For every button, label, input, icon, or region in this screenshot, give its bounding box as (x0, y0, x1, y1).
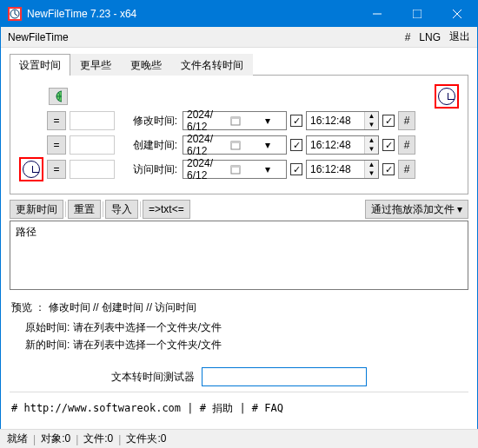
offset-create[interactable] (70, 135, 115, 155)
check-create-date[interactable] (290, 139, 302, 151)
txt-button[interactable]: =>txt<= (143, 200, 190, 219)
status-ready: 就绪 (7, 432, 28, 446)
date-create[interactable]: 2024/ 6/12 ▾ (183, 135, 287, 155)
status-folders: 文件夹:0 (126, 432, 166, 446)
time-create[interactable]: 16:12:48 ▲▼ (306, 135, 379, 155)
eq-button-access[interactable]: = (47, 160, 66, 179)
eq-button-create[interactable]: = (47, 135, 66, 155)
titlebar: NewFileTime 7.23 - x64 (1, 1, 477, 27)
svg-rect-2 (413, 10, 422, 18)
chevron-down-icon[interactable]: ▾ (252, 115, 284, 127)
tabstrip: 设置时间 更早些 更晚些 文件名转时间 (10, 53, 468, 76)
label-access: 访问时间: (118, 162, 177, 177)
toolbar: 更新时间 重置 导入 =>txt<= 通过拖放添加文件 ▾ (10, 200, 468, 219)
tab-later[interactable]: 更晚些 (121, 54, 171, 76)
new-label: 新的时间: (25, 339, 70, 351)
label-create: 创建时间: (118, 138, 177, 153)
import-button[interactable]: 导入 (105, 200, 138, 219)
converter-label: 文本转时间测试器 (111, 370, 195, 385)
status-files: 文件:0 (83, 432, 113, 446)
spin-up[interactable]: ▲ (365, 112, 378, 121)
time-modify[interactable]: 16:12:48 ▲▼ (306, 111, 379, 130)
status-objects: 对象:0 (41, 432, 70, 446)
minimize-button[interactable] (357, 1, 397, 27)
new-value: 请在列表中选择一个文件夹/文件 (73, 339, 222, 351)
check-access-time[interactable] (382, 163, 395, 175)
column-header-path: 路径 (16, 226, 37, 238)
converter-input[interactable] (202, 367, 367, 386)
file-list[interactable]: 路径 (10, 221, 468, 290)
links-row[interactable]: # http://www.softwareok.com | # 捐助 | # F… (10, 398, 468, 419)
exit-menu[interactable]: 退出 (449, 30, 470, 44)
orig-value: 请在列表中选择一个文件夹/文件 (73, 321, 222, 333)
clock-icon-right[interactable] (435, 84, 459, 109)
svg-rect-5 (231, 117, 240, 119)
tab-settime[interactable]: 设置时间 (10, 54, 70, 76)
calendar-icon[interactable] (219, 140, 251, 150)
app-menu[interactable]: NewFileTime (8, 31, 396, 43)
preview-header: 预览 ： 修改时间 // 创建时间 // 访问时间 (11, 300, 467, 315)
reset-button[interactable]: 重置 (68, 200, 101, 219)
time-access[interactable]: 16:12:48 ▲▼ (306, 160, 379, 179)
window-title: NewFileTime 7.23 - x64 (27, 8, 357, 20)
lng-menu[interactable]: LNG (419, 31, 441, 43)
hash-button-modify[interactable]: # (398, 111, 415, 130)
offset-access[interactable] (70, 160, 115, 179)
close-button[interactable] (437, 1, 477, 27)
hash-button-access[interactable]: # (398, 160, 415, 179)
drop-hint-button[interactable]: 通过拖放添加文件 ▾ (365, 200, 468, 219)
date-modify[interactable]: 2024/ 6/12 ▾ (183, 111, 287, 130)
spin-down[interactable]: ▼ (365, 121, 378, 129)
eq-button-modify[interactable]: = (47, 111, 66, 130)
tab-earlier[interactable]: 更早些 (70, 54, 121, 76)
clock-icon-left[interactable] (19, 157, 43, 181)
update-button[interactable]: 更新时间 (10, 200, 63, 219)
check-modify-date[interactable] (290, 115, 302, 127)
preview-area: 预览 ： 修改时间 // 创建时间 // 访问时间 原始时间: 请在列表中选择一… (10, 297, 468, 359)
orig-label: 原始时间: (25, 321, 70, 333)
calendar-icon[interactable] (219, 115, 251, 126)
offset-modify[interactable] (70, 111, 115, 130)
check-modify-time[interactable] (382, 115, 395, 127)
chevron-down-icon[interactable]: ▾ (252, 139, 284, 151)
svg-rect-7 (231, 142, 240, 143)
label-modify: 修改时间: (118, 114, 177, 128)
date-access[interactable]: 2024/ 6/12 ▾ (183, 160, 287, 179)
statusbar: 就绪 | 对象:0 | 文件:0 | 文件夹:0 (0, 429, 478, 448)
chevron-down-icon: ▾ (457, 203, 462, 215)
hash-button-create[interactable]: # (398, 135, 415, 155)
check-create-time[interactable] (382, 139, 395, 151)
maximize-button[interactable] (397, 1, 437, 27)
tab-panel: = 修改时间: 2024/ 6/12 ▾ 16:12:48 ▲▼ # = 创建时… (10, 76, 468, 194)
check-access-date[interactable] (290, 163, 302, 175)
chevron-down-icon[interactable]: ▾ (252, 163, 284, 175)
calendar-icon[interactable] (219, 164, 251, 175)
tab-fromname[interactable]: 文件名转时间 (171, 54, 253, 76)
globe-button[interactable] (49, 88, 68, 105)
svg-rect-9 (231, 166, 240, 168)
app-icon (8, 7, 22, 21)
menubar: NewFileTime # LNG 退出 (1, 27, 477, 48)
hash-menu[interactable]: # (405, 31, 411, 43)
